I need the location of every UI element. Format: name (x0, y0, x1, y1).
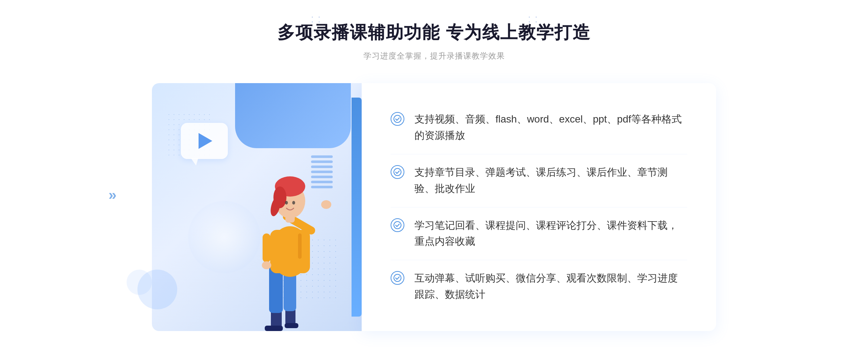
speech-bubble (181, 123, 228, 159)
top-blue-shape (235, 83, 351, 148)
feature-item-1: 支持视频、音频、flash、word、excel、ppt、pdf等各种格式的资源… (391, 101, 687, 154)
feature-item-2: 支持章节目录、弹题考试、课后练习、课后作业、章节测验、批改作业 (391, 154, 687, 207)
svg-point-23 (394, 274, 401, 282)
svg-rect-19 (298, 233, 302, 259)
features-panel: 支持视频、音频、flash、word、excel、ppt、pdf等各种格式的资源… (362, 83, 716, 331)
svg-point-17 (285, 201, 288, 205)
feature-text-4: 互动弹幕、试听购买、微信分享、观看次数限制、学习进度跟踪、数据统计 (414, 270, 687, 303)
sub-title: 学习进度全掌握，提升录播课教学效果 (277, 51, 590, 61)
check-icon-4 (391, 271, 404, 285)
blue-bar (352, 98, 362, 316)
feature-text-1: 支持视频、音频、flash、word、excel、ppt、pdf等各种格式的资源… (414, 111, 687, 144)
feature-text-2: 支持章节目录、弹题考试、课后练习、课后作业、章节测验、批改作业 (414, 164, 687, 197)
main-title: 多项录播课辅助功能 专为线上教学打造 (277, 21, 590, 44)
check-circle-1 (391, 112, 404, 126)
play-triangle-icon (199, 133, 212, 149)
svg-point-18 (292, 201, 295, 205)
svg-rect-10 (263, 233, 271, 262)
check-circle-3 (391, 218, 404, 232)
check-icon-3 (391, 218, 404, 232)
deco-dots-right: ⁚ ⁚ (528, 15, 539, 25)
illustration-area (152, 83, 362, 331)
svg-point-20 (394, 115, 401, 123)
svg-point-21 (394, 168, 401, 176)
svg-rect-2 (265, 326, 283, 331)
check-icon-1 (391, 112, 404, 126)
content-section: 支持视频、音频、flash、word、excel、ppt、pdf等各种格式的资源… (152, 83, 716, 331)
svg-rect-3 (285, 323, 298, 328)
feature-item-3: 学习笔记回看、课程提问、课程评论打分、课件资料下载，重点内容收藏 (391, 207, 687, 261)
deco-dots-left: ⁚ ⁚ (311, 15, 322, 25)
check-circle-2 (391, 165, 404, 179)
page-wrapper: ⁚ ⁚ ⁚ ⁚ 多项录播课辅助功能 专为线上教学打造 学习进度全掌握，提升录播课… (0, 0, 868, 352)
svg-rect-7 (270, 230, 310, 273)
feature-item-4: 互动弹幕、试听购买、微信分享、观看次数限制、学习进度跟踪、数据统计 (391, 260, 687, 313)
page-deco-chevron: » (109, 187, 116, 203)
check-icon-2 (391, 165, 404, 179)
svg-point-11 (262, 261, 271, 269)
check-circle-4 (391, 271, 404, 285)
header-section: 多项录播课辅助功能 专为线上教学打造 学习进度全掌握，提升录播课教学效果 (277, 21, 590, 61)
deco-circle-2 (127, 270, 152, 295)
svg-point-9 (321, 200, 331, 209)
play-icon-wrapper (181, 123, 228, 166)
svg-point-22 (394, 222, 401, 229)
person-figure (237, 143, 338, 331)
feature-text-3: 学习笔记回看、课程提问、课程评论打分、课件资料下载，重点内容收藏 (414, 218, 687, 250)
